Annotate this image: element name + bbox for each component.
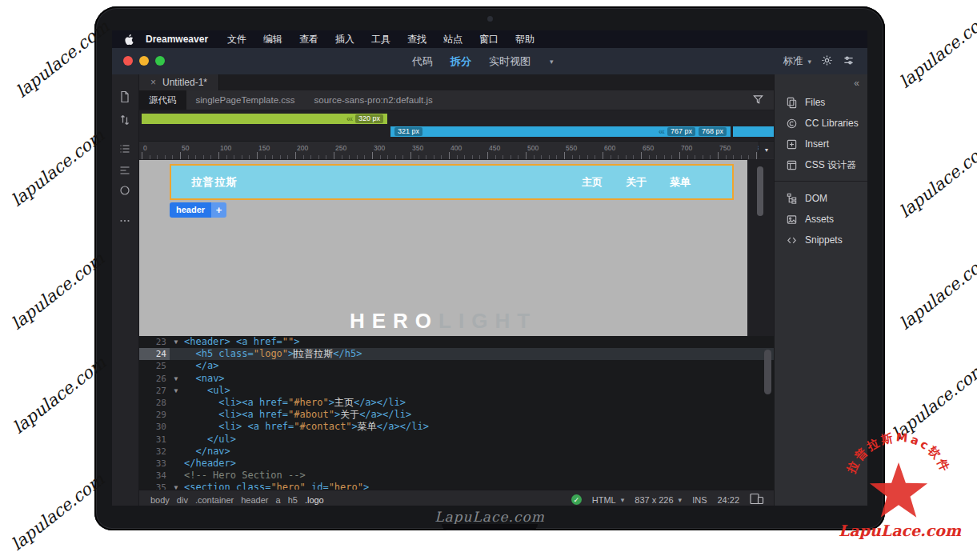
live-view-dropdown-icon[interactable]: ▾ [550,58,554,66]
line-number: 29 [139,409,170,421]
line-number: 31 [139,434,170,446]
code-text: </header> [182,458,236,470]
menubar-item[interactable]: 编辑 [263,34,282,45]
ruler-tick-label: 300 [374,144,385,152]
view-mode-code[interactable]: 代码 [412,54,433,69]
menubar-item[interactable]: 窗口 [479,34,499,45]
settings-gear-icon[interactable] [821,54,833,69]
document-tab[interactable]: × Untitled-1* [139,74,219,90]
assets-icon [786,214,798,226]
file-management-button[interactable] [118,114,132,127]
panel-label: CSS 设计器 [805,158,856,172]
minimize-button[interactable] [139,56,149,66]
menubar-item[interactable]: 插入 [335,34,354,45]
ruler-tick-label: 600 [604,144,615,152]
fold-gutter [170,409,182,421]
window-size-dropdown[interactable]: ▼ [759,142,774,158]
window-size-selector[interactable]: 837 x 226 ▾ [635,495,682,505]
menubar-item[interactable]: 查找 [407,34,426,45]
tag-selector[interactable]: a [276,495,281,505]
sync-arrows-icon [118,114,131,126]
menubar-item[interactable]: 工具 [371,34,390,45]
tag-selector[interactable]: .container [195,495,234,505]
panel-dom[interactable]: DOM [775,188,867,209]
filter-funnel-icon[interactable] [752,94,764,107]
star-icon [870,462,927,518]
menubar-item[interactable]: 文件 [227,34,246,45]
media-query-bar-0-320[interactable]: ‹‹‹ 320 px [142,114,387,124]
design-canvas[interactable]: 拉普拉斯 主页关于菜单 header + HEROLIGHT [139,160,747,336]
code-scrollbar-thumb[interactable] [764,350,771,394]
preferences-sliders-icon[interactable] [843,54,855,69]
nav-link[interactable]: 关于 [626,175,647,190]
close-tab-icon[interactable]: × [150,77,156,88]
fold-arrow-icon[interactable]: ▼ [170,336,182,348]
scrollbar-thumb[interactable] [757,166,763,216]
zoom-button[interactable] [155,56,165,66]
fold-gutter [170,397,182,409]
fold-arrow-icon[interactable]: ▼ [170,373,182,385]
fold-gutter [170,360,182,372]
device-preview-icon[interactable] [750,493,764,506]
code-text: </nav> [182,446,230,458]
code-line: 30 <li> <a href="#contact">菜单</a></li> [139,421,774,433]
watermark-text: lapulace.com [8,470,109,554]
panel-label: Assets [805,214,834,225]
lint-ok-icon[interactable]: ✓ [571,494,582,505]
panel-files[interactable]: Files [775,92,867,113]
design-header-element[interactable]: 拉普拉斯 主页关于菜单 [170,164,734,200]
code-text: <section class="hero" id="hero"> [182,482,369,490]
code-list-button[interactable] [118,142,132,156]
code-line: 28 <li><a href="#hero">主页</a></li> [139,397,774,409]
ruler-tick-label: 150 [258,144,270,152]
ruler-tick-label: 750 [719,144,731,152]
watermark-text: lapulace.com [896,137,977,221]
close-button[interactable] [123,56,133,66]
doctype-dropdown[interactable]: HTML ▾ [592,495,624,505]
media-query-bar-768-up[interactable] [733,126,774,137]
nav-link[interactable]: 主页 [582,175,603,190]
related-file-item[interactable]: source-sans-pro:n2:default.js [305,90,442,110]
inspect-button[interactable] [118,184,132,198]
related-file-item[interactable]: 源代码 [139,90,186,110]
tag-selector[interactable]: h5 [288,495,298,505]
menubar-item[interactable]: 帮助 [515,34,535,45]
design-scrollbar[interactable] [747,160,774,336]
more-options-button[interactable] [118,214,132,228]
related-file-item[interactable]: singlePageTemplate.css [186,90,305,110]
nav-link[interactable]: 菜单 [670,175,691,190]
code-line: 26▼ <nav> [139,373,774,385]
panel-cc-libraries[interactable]: CC Libraries [775,113,867,134]
line-number: 35 [139,482,170,490]
menubar-item[interactable]: 查看 [299,34,318,45]
tag-selector[interactable]: .logo [305,495,324,505]
tag-selector[interactable]: body [150,495,170,505]
camera-dot [487,16,493,22]
menubar-item[interactable]: 站点 [443,34,462,45]
panel-css[interactable]: CSS 设计器 [775,154,867,175]
apple-icon[interactable] [123,34,134,46]
collapse-panels-icon[interactable]: « [854,78,859,89]
element-display-badge[interactable]: header + [170,202,226,218]
media-query-bar-321-767[interactable]: 321 px ‹‹‹ 767 px 768 px [390,126,731,137]
code-text: <header> <a href=""> [182,336,300,348]
view-mode-split[interactable]: 拆分 [450,54,471,69]
add-element-button[interactable]: + [211,202,226,218]
open-documents-button[interactable] [118,90,132,104]
view-mode-live[interactable]: 实时视图 [489,54,531,69]
format-lines-icon [118,164,131,177]
workspace-switcher[interactable]: 标准 ▾ [783,54,811,68]
app-menu[interactable]: Dreamweaver [146,34,208,45]
code-editor[interactable]: 23▼<header> <a href="">24 <h5 class="log… [139,336,774,490]
format-source-button[interactable] [118,164,132,178]
site-logo[interactable]: 拉普拉斯 [191,175,238,190]
ruler-scale: 0501001502002503003504004505005506006507… [142,142,759,159]
panel-snippets[interactable]: Snippets [775,230,867,250]
tag-selector[interactable]: div [177,495,188,505]
panel-insert[interactable]: Insert [775,134,867,154]
line-number: 28 [139,397,170,409]
panel-assets[interactable]: Assets [775,209,867,230]
fold-arrow-icon[interactable]: ▼ [170,482,182,490]
fold-arrow-icon[interactable]: ▼ [170,385,182,397]
tag-selector[interactable]: header [241,495,268,505]
